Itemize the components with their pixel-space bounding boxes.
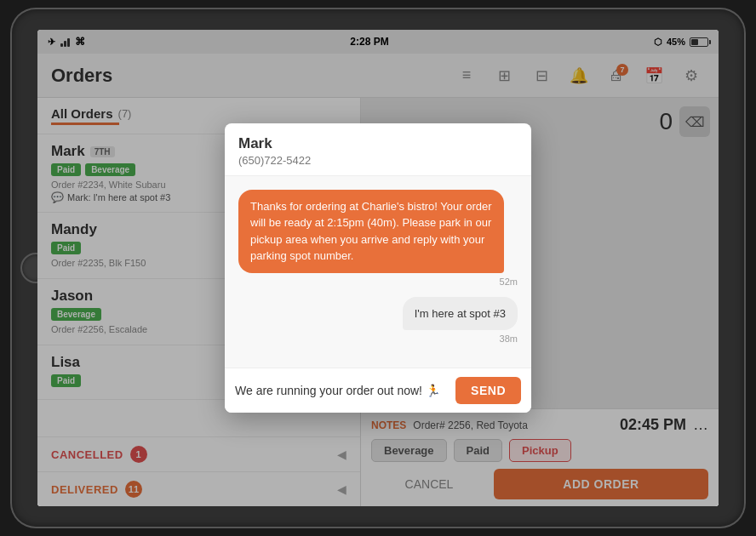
modal-overlay[interactable]: Mark (650)722-5422 Thanks for ordering a… — [37, 30, 719, 506]
ipad-frame: ✈ ⌘ 2:28 PM ⬡ 45% Orders — [12, 9, 744, 527]
send-button[interactable]: SEND — [455, 377, 521, 404]
outgoing-time: 52m — [238, 277, 518, 287]
chat-contact-name: Mark — [238, 135, 518, 152]
chat-phone: (650)722-5422 — [238, 154, 518, 167]
ipad-screen: ✈ ⌘ 2:28 PM ⬡ 45% Orders — [37, 30, 719, 506]
incoming-message: I'm here at spot #3 — [403, 297, 518, 331]
chat-input-area: SEND — [225, 368, 531, 413]
incoming-time: 38m — [238, 334, 518, 344]
chat-header: Mark (650)722-5422 — [225, 123, 531, 176]
chat-modal: Mark (650)722-5422 Thanks for ordering a… — [225, 123, 531, 413]
chat-text-input[interactable] — [235, 384, 449, 397]
chat-messages: Thanks for ordering at Charlie's bistro!… — [225, 176, 531, 368]
outgoing-message: Thanks for ordering at Charlie's bistro!… — [238, 190, 504, 273]
